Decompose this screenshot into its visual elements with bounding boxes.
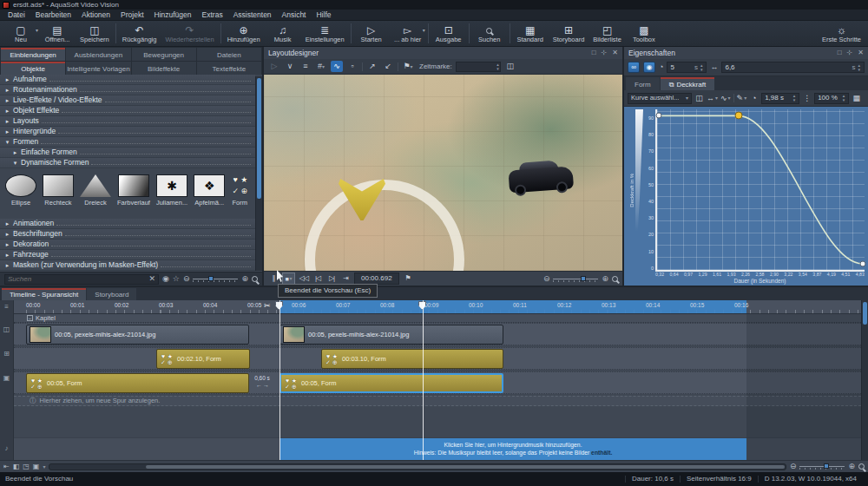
link-icon[interactable]: ∞ [628, 62, 640, 73]
tree-item-dekoration[interactable]: ▸Dekoration [0, 240, 255, 250]
stretch-icon[interactable]: ↔▾ [707, 93, 718, 104]
save-zeitmarke-icon[interactable]: ◫ [504, 61, 516, 72]
marker-flag-icon[interactable]: ⚑ [403, 273, 413, 285]
tab-bildeffekte[interactable]: Bildeffekte [132, 62, 196, 75]
shape-dreieck[interactable]: Dreieck [80, 174, 111, 207]
timeline-item-form-4-selected[interactable]: ♥★✓⊕ 00:05, Form [279, 373, 503, 393]
jump-end-button[interactable]: ⇥ [340, 273, 351, 285]
frame-tool-icon[interactable]: ▫ [346, 61, 358, 72]
menu-datei[interactable]: Datei [3, 10, 30, 21]
new-button[interactable]: ▢▾Neu [3, 21, 39, 46]
track3-type-icon[interactable]: ▣ [3, 374, 10, 383]
collapse-chapter-icon[interactable]: − [27, 315, 33, 321]
search-button[interactable]: Suchen [471, 21, 508, 46]
magnifier-icon[interactable] [612, 276, 618, 282]
menu-projekt[interactable]: Projekt [115, 10, 148, 21]
music-track-hint[interactable]: Klicken Sie hier, um Hintergrundmusik hi… [279, 438, 746, 460]
view-toolbox-button[interactable]: ▩Toolbox [626, 21, 662, 46]
tree-item-layouts[interactable]: ▸Layouts [0, 116, 255, 127]
more-options-icon[interactable]: ⋮ [802, 93, 812, 104]
eye-icon[interactable]: ◉ [162, 275, 169, 283]
toolbox-scrollbar[interactable] [255, 76, 262, 271]
collapse-icon[interactable]: ▾ [4, 139, 10, 145]
stop-button[interactable]: ■▾ [282, 273, 295, 285]
visibility-eye-icon[interactable]: ◉ [643, 62, 655, 73]
tree-item-hintergruende[interactable]: ▸Hintergründe [0, 127, 255, 137]
preview-zoom-slider[interactable] [553, 275, 598, 283]
search-input[interactable] [8, 275, 148, 283]
menu-assistenten[interactable]: Assistenten [228, 10, 277, 21]
timeline-item-image-1[interactable]: 00:05, pexels-mihis-alex-21014.jpg [26, 325, 249, 345]
curve-endpoint[interactable] [656, 113, 662, 119]
form-track-1[interactable]: ♥★✓⊕ 00:02.10, Form ♥★✓⊕ 00:03.10, Form [14, 347, 861, 370]
settings-button[interactable]: ≣Einstellungen [301, 21, 349, 46]
zoom-mode-icon[interactable]: ▣ [33, 463, 40, 470]
expand-icon[interactable]: ▸ [4, 252, 10, 258]
timeline-horizontal-scrollbar[interactable] [49, 463, 786, 470]
goto-start-icon[interactable]: ⇤ [3, 463, 10, 470]
close-icon[interactable]: ✕ [858, 49, 864, 56]
tab-einblendungen[interactable]: Einblendungen [1, 48, 65, 61]
clear-search-icon[interactable]: ✕ [148, 275, 155, 283]
transform-out-icon[interactable]: ↙ [382, 61, 394, 72]
menu-ansicht[interactable]: Ansicht [277, 10, 312, 21]
menu-hilfe[interactable]: Hilfe [311, 10, 336, 21]
tree-item-animationen[interactable]: ▸Animationen [0, 219, 255, 229]
flag-tool-icon[interactable]: ⚑▾ [402, 61, 414, 72]
expand-icon[interactable]: ▸ [4, 241, 10, 247]
music-track[interactable]: Klicken Sie hier, um Hintergrundmusik hi… [14, 437, 861, 460]
shape-apfelmaennchen[interactable]: ❖Apfelmä... [194, 174, 225, 207]
tab-dateien[interactable]: Dateien [197, 48, 261, 61]
shape-rechteck[interactable]: Rechteck [43, 174, 74, 207]
tree-item-einfache-formen[interactable]: ▸Einfache Formen [0, 148, 255, 158]
close-icon[interactable]: ✕ [612, 49, 618, 56]
undo-button[interactable]: ↶Rückgängig [118, 21, 161, 46]
expand-icon[interactable]: ▸ [12, 149, 18, 155]
tree-item-routenanimationen[interactable]: ▸Routenanimationen [0, 85, 255, 95]
thumbnail-size-slider[interactable] [193, 275, 238, 283]
zoom-out-icon[interactable]: ⊖ [543, 275, 550, 283]
tree-item-masken[interactable]: ▸Masken (zur Verwendung im Masken-Effekt… [0, 260, 255, 271]
menu-bearbeiten[interactable]: Bearbeiten [30, 10, 76, 21]
pin-icon[interactable]: ⊹ [602, 49, 608, 56]
tree-item-dynamische-formen[interactable]: ▾Dynamische Formen [0, 158, 255, 168]
pointer-tool-icon[interactable]: ▷ [268, 61, 280, 72]
magnifier-icon[interactable] [858, 463, 865, 470]
timeline-zoom-slider[interactable] [799, 463, 845, 470]
layers-icon[interactable]: ≡ [299, 61, 312, 72]
view-imagelist-button[interactable]: ◰Bilderliste [589, 21, 626, 46]
curve-preset-select[interactable]: Kurve auswähl...▾ [628, 93, 692, 104]
view-storyboard-button[interactable]: ⊞Storyboard [549, 21, 589, 46]
previous-frame-button[interactable]: |◁ [312, 273, 323, 285]
playhead-line-start[interactable] [279, 300, 280, 460]
shape-form[interactable]: ♥ ★ ✓ ⊕ Form [231, 174, 248, 207]
new-track-drop-zone[interactable]: ⓘ Hierher ziehen, um neue Spur anzulegen… [14, 396, 861, 406]
form-track-2[interactable]: ♥★✓⊕ 00:05, Form 0,60 s← → ♥★✓⊕ 00:05, F… [14, 371, 861, 394]
scissors-icon[interactable]: ✂ [264, 302, 271, 310]
grid-tool-icon[interactable]: #▾ [315, 61, 327, 72]
expand-icon[interactable]: ▸ [4, 231, 10, 237]
save-button[interactable]: ◫Speichern [76, 21, 114, 46]
expand-icon[interactable]: ▸ [4, 128, 10, 135]
fit-width-icon[interactable]: ◧ [13, 463, 20, 470]
zoom-out-icon[interactable]: ⊖ [790, 463, 797, 470]
tab-deckkraft[interactable]: ⧉Deckkraft [661, 77, 715, 90]
maximize-icon[interactable]: □ [592, 49, 596, 56]
magnifier-icon[interactable] [252, 276, 258, 282]
timeline-item-form-1[interactable]: ♥★✓⊕ 00:02.10, Form [156, 349, 250, 369]
tab-intelligente-vorlagen[interactable]: Intelligente Vorlagen [66, 62, 130, 75]
timeline-content[interactable]: 00:00 00:01 00:02 00:03 00:04 00:05 00:0… [14, 300, 861, 460]
zoom-in-icon[interactable]: ⊕ [848, 463, 855, 470]
getting-started-button[interactable]: ☼Erste Schritte [818, 21, 865, 46]
tree-item-objekt-effekte[interactable]: ▸Objekt Effekte [0, 106, 255, 116]
tree-item-formen[interactable]: ▾Formen [0, 137, 255, 148]
next-frame-button[interactable]: ▷| [326, 273, 337, 285]
menu-aktionen[interactable]: Aktionen [76, 10, 115, 21]
tab-storyboard[interactable]: Storyboard [87, 288, 136, 300]
wave-icon[interactable]: ∿▾ [720, 93, 731, 104]
add-button[interactable]: ⊕Hinzufügen [223, 21, 265, 46]
track1-type-icon[interactable]: ◫ [3, 325, 10, 334]
maximize-icon[interactable]: □ [838, 49, 842, 56]
tree-item-fahrzeuge[interactable]: ▸Fahrzeuge [0, 250, 255, 260]
shape-juliamenge[interactable]: ✱Juliamen... [156, 174, 187, 207]
